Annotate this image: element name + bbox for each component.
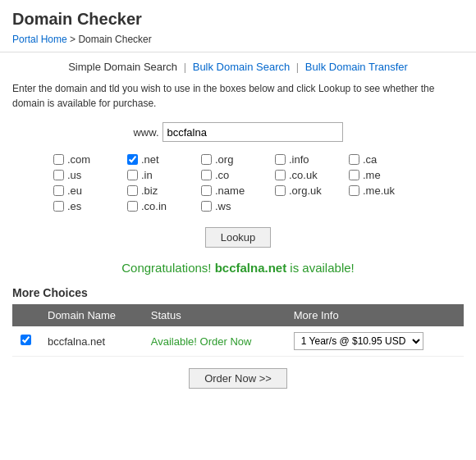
row-status: Available! Order Now bbox=[151, 335, 252, 348]
tld-me[interactable]: .me bbox=[349, 169, 423, 181]
tld-es[interactable]: .es bbox=[53, 200, 127, 212]
row-check-cell bbox=[12, 326, 39, 357]
tld-row-2: .us .in .co .co.uk .me bbox=[53, 169, 423, 181]
tld-coin[interactable]: .co.in bbox=[127, 200, 201, 212]
bulk-transfer-link[interactable]: Bulk Domain Transfer bbox=[305, 61, 408, 73]
tld-orguk[interactable]: .org.uk bbox=[275, 184, 349, 197]
tld-com-checkbox[interactable] bbox=[53, 154, 64, 165]
result-prefix: Congratulations! bbox=[121, 261, 214, 275]
tld-meuk[interactable]: .me.uk bbox=[349, 184, 423, 197]
tld-es-checkbox[interactable] bbox=[53, 201, 64, 212]
simple-search-label: Simple Domain Search bbox=[68, 61, 177, 73]
tld-row-3: .eu .biz .name .org.uk .me.uk bbox=[53, 184, 423, 197]
www-prefix: www. bbox=[133, 126, 158, 139]
tld-org[interactable]: .org bbox=[201, 153, 275, 166]
tld-row-4: .es .co.in .ws bbox=[53, 200, 423, 212]
tld-org-checkbox[interactable] bbox=[201, 154, 212, 165]
tld-eu[interactable]: .eu bbox=[53, 184, 127, 197]
description: Enter the domain and tld you wish to use… bbox=[12, 81, 464, 111]
lookup-button[interactable]: Lookup bbox=[205, 227, 272, 248]
order-select[interactable]: 1 Year/s @ $10.95 USD bbox=[294, 332, 423, 350]
order-btn-row: Order Now >> bbox=[12, 368, 464, 389]
domain-table: Domain Name Status More Info bccfalna.ne… bbox=[12, 304, 464, 357]
result-message: Congratulations! bccfalna.net is availab… bbox=[12, 261, 464, 275]
tld-ca[interactable]: .ca bbox=[349, 153, 423, 166]
row-status-cell: Available! Order Now bbox=[143, 326, 286, 357]
breadcrumb: Portal Home > Domain Checker bbox=[12, 34, 464, 45]
tld-info[interactable]: .info bbox=[275, 153, 349, 166]
tld-net[interactable]: .net bbox=[127, 153, 201, 166]
bulk-search-link[interactable]: Bulk Domain Search bbox=[193, 61, 291, 73]
col-status: Status bbox=[143, 304, 286, 326]
col-check bbox=[12, 304, 39, 326]
result-suffix: is available! bbox=[286, 261, 355, 275]
search-tabs: Simple Domain Search | Bulk Domain Searc… bbox=[12, 61, 464, 73]
tld-ws-checkbox[interactable] bbox=[201, 201, 212, 212]
tld-ws[interactable]: .ws bbox=[201, 200, 275, 212]
domain-input-row: www. bbox=[12, 122, 464, 142]
tld-meuk-checkbox[interactable] bbox=[349, 185, 359, 196]
breadcrumb-home[interactable]: Portal Home bbox=[12, 34, 67, 45]
tld-grid: .com .net .org .info .ca .us .in .co .co… bbox=[12, 153, 464, 216]
order-button[interactable]: Order Now >> bbox=[189, 368, 287, 389]
tld-name-checkbox[interactable] bbox=[201, 185, 212, 196]
tld-row-1: .com .net .org .info .ca bbox=[53, 153, 423, 166]
domain-input[interactable] bbox=[162, 122, 343, 142]
result-domain: bccfalna.net bbox=[215, 261, 287, 275]
more-choices-title: More Choices bbox=[12, 286, 464, 299]
tld-couk-checkbox[interactable] bbox=[275, 170, 286, 180]
tld-com[interactable]: .com bbox=[53, 153, 127, 166]
row-domain-cell: bccfalna.net bbox=[39, 326, 143, 357]
tld-co-checkbox[interactable] bbox=[201, 170, 212, 180]
tld-us[interactable]: .us bbox=[53, 169, 127, 181]
col-more-info: More Info bbox=[286, 304, 464, 326]
tld-name[interactable]: .name bbox=[201, 184, 275, 197]
page-title: Domain Checker bbox=[12, 10, 464, 29]
lookup-btn-row: Lookup bbox=[12, 227, 464, 248]
tld-in[interactable]: .in bbox=[127, 169, 201, 181]
tld-coin-checkbox[interactable] bbox=[127, 201, 138, 212]
tld-biz-checkbox[interactable] bbox=[127, 185, 138, 196]
tld-eu-checkbox[interactable] bbox=[53, 185, 64, 196]
tld-us-checkbox[interactable] bbox=[53, 170, 64, 180]
row-domain: bccfalna.net bbox=[48, 335, 105, 348]
tld-net-checkbox[interactable] bbox=[127, 154, 138, 165]
breadcrumb-current: Domain Checker bbox=[78, 34, 151, 45]
tld-ca-checkbox[interactable] bbox=[349, 154, 359, 165]
col-domain-name: Domain Name bbox=[39, 304, 143, 326]
tld-couk[interactable]: .co.uk bbox=[275, 169, 349, 181]
tld-info-checkbox[interactable] bbox=[275, 154, 286, 165]
row-moreinfo-cell: 1 Year/s @ $10.95 USD bbox=[286, 326, 464, 357]
tld-biz[interactable]: .biz bbox=[127, 184, 201, 197]
row-checkbox[interactable] bbox=[21, 335, 31, 345]
tld-co[interactable]: .co bbox=[201, 169, 275, 181]
tld-me-checkbox[interactable] bbox=[349, 170, 359, 180]
tld-orguk-checkbox[interactable] bbox=[275, 185, 286, 196]
breadcrumb-separator: > bbox=[67, 34, 79, 45]
tld-in-checkbox[interactable] bbox=[127, 170, 138, 180]
table-row: bccfalna.net Available! Order Now 1 Year… bbox=[12, 326, 464, 357]
table-header-row: Domain Name Status More Info bbox=[12, 304, 464, 326]
